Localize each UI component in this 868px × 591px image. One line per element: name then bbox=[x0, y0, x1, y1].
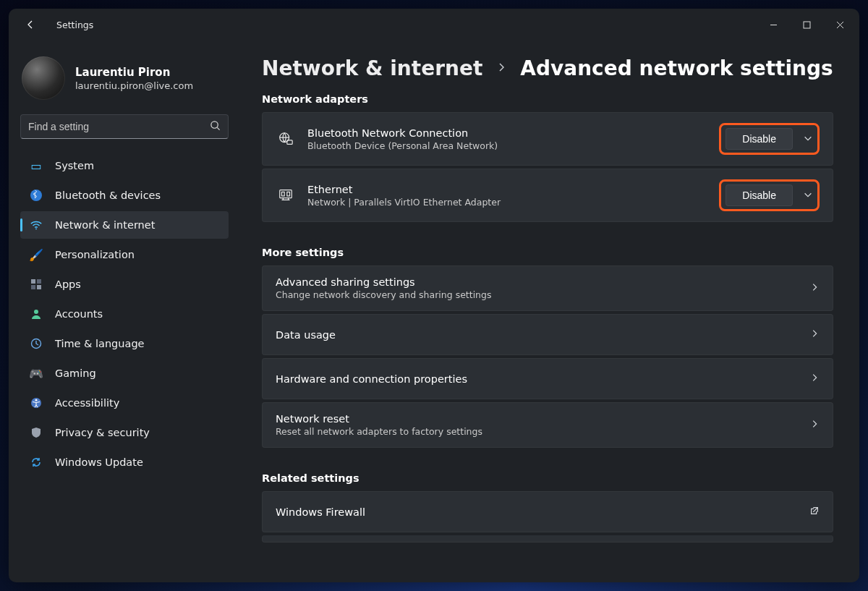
sidebar-item-label: Windows Update bbox=[55, 456, 143, 468]
close-button[interactable] bbox=[823, 13, 856, 36]
search-icon bbox=[210, 120, 221, 134]
chevron-right-icon bbox=[809, 372, 820, 386]
sidebar-item-label: Personalization bbox=[55, 249, 135, 260]
minimize-button[interactable] bbox=[757, 13, 790, 36]
related-settings-list: Windows Firewall bbox=[262, 491, 833, 543]
sidebar-item-label: Accessibility bbox=[55, 397, 119, 409]
sidebar-item-windows-update[interactable]: Windows Update bbox=[20, 448, 229, 476]
adapter-title: Bluetooth Network Connection bbox=[307, 127, 498, 139]
svg-point-1 bbox=[211, 121, 218, 127]
setting-data-usage[interactable]: Data usage bbox=[262, 314, 833, 355]
user-name: Laurentiu Piron bbox=[75, 66, 193, 79]
sidebar-item-accounts[interactable]: Accounts bbox=[20, 300, 229, 328]
open-external-icon bbox=[809, 505, 820, 519]
maximize-button[interactable] bbox=[790, 13, 823, 36]
search-box[interactable] bbox=[20, 114, 229, 139]
titlebar: Settings bbox=[9, 9, 859, 41]
svg-point-8 bbox=[34, 310, 38, 314]
settings-window: Settings Laurentiu Piron laurentiu.piron… bbox=[9, 9, 859, 582]
ethernet-icon bbox=[276, 187, 296, 203]
section-more-settings: More settings bbox=[262, 247, 833, 258]
setting-title: Data usage bbox=[276, 329, 336, 341]
sidebar-item-label: Accounts bbox=[55, 308, 103, 320]
arrow-left-icon bbox=[25, 19, 36, 30]
sidebar-item-label: Gaming bbox=[55, 367, 96, 379]
highlight-box: Disable bbox=[719, 123, 820, 155]
sidebar-item-bluetooth[interactable]: Bluetooth & devices bbox=[20, 182, 229, 209]
setting-title: Hardware and connection properties bbox=[276, 373, 467, 385]
breadcrumb: Network & internet Advanced network sett… bbox=[262, 56, 833, 80]
sidebar-item-network[interactable]: Network & internet bbox=[20, 211, 229, 239]
apps-icon bbox=[29, 277, 43, 292]
gamepad-icon: 🎮 bbox=[29, 366, 43, 380]
display-icon: ▭ bbox=[29, 158, 43, 173]
sidebar-item-label: Time & language bbox=[55, 338, 145, 349]
sidebar-item-label: Bluetooth & devices bbox=[55, 190, 161, 201]
adapter-subtitle: Network | Parallels VirtIO Ethernet Adap… bbox=[307, 197, 501, 208]
chevron-right-icon bbox=[809, 418, 820, 432]
sidebar-item-time-language[interactable]: Time & language bbox=[20, 330, 229, 357]
sidebar-item-gaming[interactable]: 🎮 Gaming bbox=[20, 360, 229, 387]
update-icon bbox=[29, 455, 43, 469]
setting-windows-firewall[interactable]: Windows Firewall bbox=[262, 491, 833, 532]
setting-subtitle: Change network discovery and sharing set… bbox=[276, 289, 491, 300]
setting-hardware-properties[interactable]: Hardware and connection properties bbox=[262, 358, 833, 399]
disable-button[interactable]: Disable bbox=[726, 128, 793, 150]
chevron-down-icon[interactable] bbox=[803, 132, 813, 146]
chevron-right-icon bbox=[809, 328, 820, 341]
highlight-box: Disable bbox=[719, 179, 820, 211]
sidebar-item-privacy[interactable]: Privacy & security bbox=[20, 419, 229, 446]
svg-rect-0 bbox=[804, 22, 810, 28]
user-email: laurentiu.piron@live.com bbox=[75, 80, 193, 91]
sidebar-item-accessibility[interactable]: Accessibility bbox=[20, 389, 229, 417]
svg-point-3 bbox=[35, 229, 37, 230]
globe-network-icon bbox=[276, 131, 296, 147]
sidebar-item-label: Apps bbox=[55, 279, 81, 290]
window-title: Settings bbox=[56, 20, 93, 30]
user-profile[interactable]: Laurentiu Piron laurentiu.piron@live.com bbox=[17, 45, 231, 114]
partial-next-card bbox=[262, 535, 833, 543]
section-network-adapters: Network adapters bbox=[262, 93, 833, 105]
search-input[interactable] bbox=[28, 121, 210, 132]
sidebar-item-personalization[interactable]: 🖌️ Personalization bbox=[20, 241, 229, 268]
person-icon bbox=[29, 307, 43, 321]
more-settings-list: Advanced sharing settings Change network… bbox=[262, 265, 833, 448]
sidebar-item-apps[interactable]: Apps bbox=[20, 271, 229, 298]
accessibility-icon bbox=[29, 396, 43, 410]
main-content: Network & internet Advanced network sett… bbox=[240, 41, 859, 582]
svg-rect-6 bbox=[31, 285, 35, 289]
sidebar-item-label: System bbox=[55, 160, 94, 171]
disable-button[interactable]: Disable bbox=[726, 184, 793, 206]
svg-rect-16 bbox=[287, 192, 290, 196]
back-button[interactable] bbox=[16, 12, 45, 38]
sidebar-nav: ▭ System Bluetooth & devices Network & i… bbox=[17, 152, 231, 476]
section-related-settings: Related settings bbox=[262, 472, 833, 484]
shield-icon bbox=[29, 425, 43, 440]
avatar bbox=[22, 56, 65, 100]
breadcrumb-parent[interactable]: Network & internet bbox=[262, 56, 482, 80]
close-icon bbox=[836, 21, 844, 29]
svg-rect-5 bbox=[37, 279, 41, 284]
setting-subtitle: Reset all network adapters to factory se… bbox=[276, 426, 482, 437]
sidebar-item-label: Network & internet bbox=[55, 219, 155, 231]
paintbrush-icon: 🖌️ bbox=[29, 247, 43, 262]
sidebar: Laurentiu Piron laurentiu.piron@live.com… bbox=[9, 41, 240, 582]
svg-point-11 bbox=[35, 399, 38, 401]
sidebar-item-system[interactable]: ▭ System bbox=[20, 152, 229, 179]
svg-rect-15 bbox=[282, 192, 285, 196]
chevron-right-icon bbox=[495, 61, 507, 76]
adapter-title: Ethernet bbox=[307, 184, 501, 195]
adapter-list: Bluetooth Network Connection Bluetooth D… bbox=[262, 112, 833, 222]
adapter-row-ethernet[interactable]: Ethernet Network | Parallels VirtIO Ethe… bbox=[262, 169, 833, 222]
svg-rect-4 bbox=[31, 279, 35, 284]
bluetooth-icon bbox=[29, 188, 43, 203]
setting-network-reset[interactable]: Network reset Reset all network adapters… bbox=[262, 402, 833, 448]
adapter-row-bluetooth[interactable]: Bluetooth Network Connection Bluetooth D… bbox=[262, 112, 833, 166]
setting-title: Windows Firewall bbox=[276, 506, 365, 518]
chevron-down-icon[interactable] bbox=[803, 189, 813, 203]
maximize-icon bbox=[803, 21, 811, 29]
setting-title: Advanced sharing settings bbox=[276, 276, 491, 288]
wifi-icon bbox=[29, 218, 43, 232]
sidebar-item-label: Privacy & security bbox=[55, 427, 150, 438]
setting-advanced-sharing[interactable]: Advanced sharing settings Change network… bbox=[262, 265, 833, 311]
